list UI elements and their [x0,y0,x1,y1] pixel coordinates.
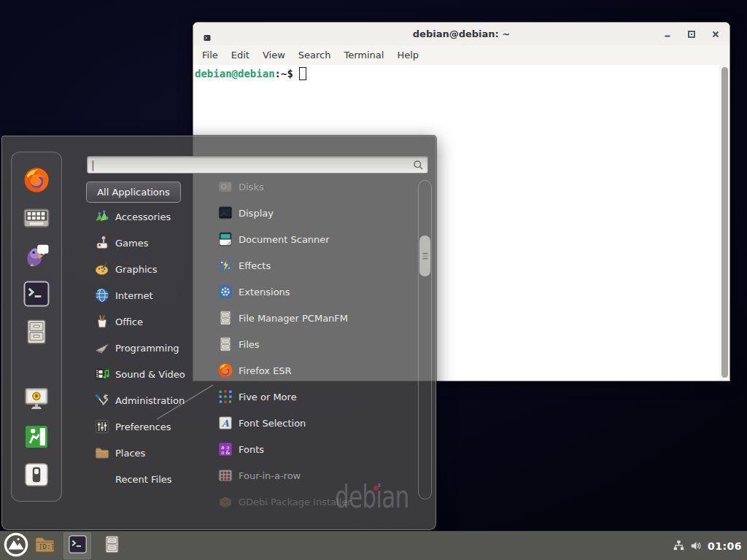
category-label: Places [115,448,145,459]
category-office[interactable]: Office [87,308,204,335]
category-administration[interactable]: Administration [87,387,204,413]
menu-terminal[interactable]: Terminal [337,50,390,61]
favorite-pidgin[interactable] [22,243,51,272]
search-input[interactable]: | [87,156,428,174]
volume-tray-icon[interactable] [690,540,703,552]
favorite-shutdown[interactable] [22,462,51,491]
desktop: { "colors": { "terminal_prompt_green": "… [0,0,747,560]
category-label: Programming [115,343,179,354]
menu-button[interactable] [3,533,29,559]
app-five-or-more[interactable]: Five or More [209,384,415,410]
terminal-titlebar[interactable]: debian@debian: ~ [193,23,729,45]
minimize-button[interactable] [664,31,671,38]
app-label: Files [239,339,260,350]
files-window-button[interactable] [99,534,124,559]
network-tray-icon[interactable] [673,540,685,552]
terminal-scrollbar-thumb[interactable] [721,67,728,378]
text-caret: | [91,159,95,171]
accessories-icon [94,209,110,225]
app-label: Disks [239,182,264,192]
app-extensions[interactable]: Extensions [209,279,415,305]
favorite-file-cabinet[interactable] [22,319,51,348]
app-label: File Manager PCManFM [239,313,348,324]
file-manager-launcher[interactable]: [D:] [32,534,57,559]
category-label: Preferences [115,421,171,432]
category-internet[interactable]: Internet [87,282,204,308]
category-games[interactable]: Games [87,230,204,256]
app-fonts[interactable]: aaa&Fonts [209,436,415,462]
app-display[interactable]: Display [209,200,415,226]
category-label: Sound & Video [115,369,185,380]
sound-video-icon [94,366,110,382]
app-files[interactable]: Files [209,331,415,357]
favorite-logout[interactable] [22,424,51,453]
preferences-icon [94,419,110,435]
fonts-icon: aaa& [217,441,233,457]
apps-scrollbar-thumb[interactable] [419,236,430,276]
app-disks[interactable]: Disks [209,174,415,200]
document-scanner-icon [217,231,233,247]
debian-watermark: debian [335,481,409,514]
app-effects[interactable]: Effects [209,252,415,279]
effects-icon [217,257,233,273]
category-accessories[interactable]: Accessories [87,203,204,230]
app-label: Four-in-a-row [239,470,301,481]
debian-watermark-dot [374,486,379,491]
menu-file[interactable]: File [196,50,225,61]
category-label: Recent Files [115,474,172,485]
screensaver-icon [23,385,50,416]
pidgin-icon [23,242,50,273]
category-label: Graphics [115,264,157,275]
terminal-icon [23,280,50,311]
internet-icon [94,287,110,303]
app-firefox-esr[interactable]: Firefox ESR [209,357,415,384]
firefox-icon [217,362,233,378]
shutdown-icon [23,461,50,491]
taskbar-clock[interactable]: 01:06 [708,540,742,552]
window-title: debian@debian: ~ [413,28,510,39]
svg-text:a: a [221,449,225,456]
app-label: Five or More [239,392,297,402]
category-label: Accessories [115,211,171,222]
category-all-applications[interactable]: All Applications [86,182,181,203]
menu-view[interactable]: View [256,50,292,61]
gdebi-icon [217,494,233,510]
category-graphics[interactable]: Graphics [87,256,204,282]
category-programming[interactable]: Programming [87,335,204,361]
five-or-more-icon [217,389,233,405]
terminal-window-button[interactable] [63,532,91,559]
search-icon [412,159,425,174]
firefox-icon [23,166,50,197]
category-label: Games [115,238,148,249]
favorite-firefox[interactable] [22,167,51,196]
graphics-icon [94,261,110,277]
category-label: Administration [115,395,185,406]
menu-logo-icon [4,532,28,560]
application-menu: | All Applications AccessoriesGamesGraph… [1,136,436,530]
category-places[interactable]: Places [87,440,204,466]
maximize-button[interactable] [688,31,695,38]
menu-edit[interactable]: Edit [225,50,256,61]
file-cabinet-icon [23,318,50,349]
category-recent-files[interactable]: Recent Files [87,466,204,492]
extensions-icon [217,284,233,300]
file-cabinet-icon [217,310,233,326]
close-button[interactable] [712,31,719,38]
apps-scrollbar-track [418,180,432,499]
app-document-scanner[interactable]: Document Scanner [209,226,415,252]
favorite-terminal[interactable] [22,281,51,310]
file-cabinet-icon [102,534,122,557]
menu-search[interactable]: Search [292,50,338,61]
favorite-screensaver[interactable] [22,386,51,415]
menu-help[interactable]: Help [390,50,425,61]
favorite-keyboard[interactable] [22,205,51,234]
terminal-icon [68,534,88,557]
terminal-prompt: debian@debian:~$ [195,67,306,80]
category-label: Internet [115,290,153,301]
terminal-cursor [299,67,306,80]
app-font-selection[interactable]: AFont Selection [209,410,415,436]
category-sound-video[interactable]: Sound & Video [87,361,204,387]
app-file-manager-pcmanfm[interactable]: File Manager PCManFM [209,305,415,331]
four-in-a-row-icon [217,467,233,483]
category-preferences[interactable]: Preferences [87,413,204,440]
